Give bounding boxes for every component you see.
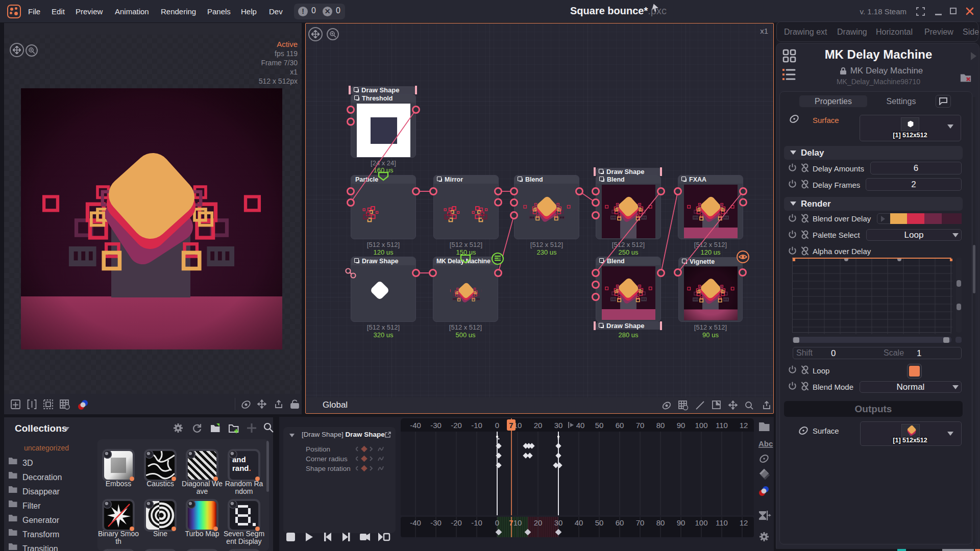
svg-text:7: 7	[509, 518, 513, 527]
svg-text:-20: -20	[451, 421, 462, 430]
svg-text:12: 12	[740, 421, 748, 430]
svg-text:40: 40	[576, 421, 585, 430]
svg-text:80: 80	[656, 421, 665, 430]
svg-text:110: 110	[716, 421, 728, 430]
svg-text:-40: -40	[410, 421, 421, 430]
svg-text:60: 60	[616, 421, 624, 430]
svg-text:-40: -40	[410, 518, 421, 527]
svg-text:70: 70	[636, 421, 645, 430]
svg-text:20: 20	[534, 421, 543, 430]
svg-text:60: 60	[616, 518, 624, 527]
svg-text:Abc: Abc	[758, 439, 773, 448]
svg-text:-30: -30	[430, 518, 442, 527]
svg-text:20: 20	[534, 518, 543, 527]
svg-text:100: 100	[695, 518, 707, 527]
svg-text:90: 90	[677, 421, 685, 430]
svg-text:80: 80	[656, 518, 665, 527]
svg-text:-10: -10	[471, 518, 482, 527]
svg-text:50: 50	[595, 421, 604, 430]
svg-text:7: 7	[509, 421, 513, 430]
svg-text:12: 12	[740, 518, 748, 527]
svg-text:10: 10	[513, 518, 522, 527]
svg-text:110: 110	[716, 518, 728, 527]
svg-text:100: 100	[695, 421, 707, 430]
svg-text:0: 0	[495, 518, 499, 527]
svg-text:-30: -30	[430, 421, 442, 430]
svg-text:50: 50	[595, 518, 604, 527]
svg-text:90: 90	[677, 518, 685, 527]
svg-text:70: 70	[636, 518, 645, 527]
svg-text:30: 30	[554, 518, 563, 527]
svg-text:0: 0	[495, 421, 499, 430]
svg-text:40: 40	[575, 518, 583, 527]
svg-text:30: 30	[554, 421, 563, 430]
svg-text:-20: -20	[451, 518, 462, 527]
svg-text:-10: -10	[471, 421, 482, 430]
